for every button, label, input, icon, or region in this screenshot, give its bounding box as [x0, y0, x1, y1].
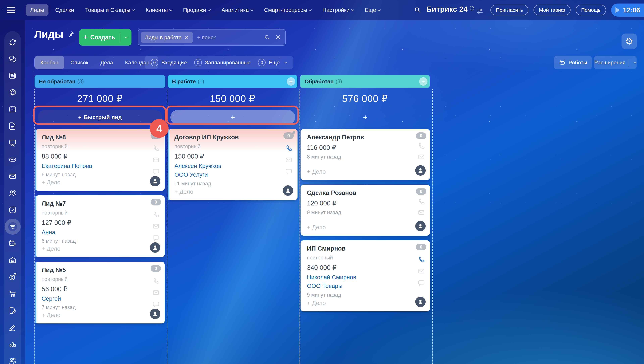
chat-icon[interactable]: [152, 301, 160, 308]
chat-icon[interactable]: [418, 279, 425, 286]
sidebar-item-sign[interactable]: [8, 88, 17, 97]
sidebar-item-mail[interactable]: [8, 172, 17, 181]
phone-icon[interactable]: [418, 198, 425, 206]
phone-icon[interactable]: [285, 144, 292, 152]
chat-icon[interactable]: [152, 168, 160, 175]
phone-icon[interactable]: [152, 144, 160, 152]
sidebar-item-shop[interactable]: [8, 289, 17, 298]
assignee-avatar[interactable]: [150, 242, 160, 253]
lead-card-lead8[interactable]: Лид №8 повторный 88 000 ₽ Екатерина Попо…: [35, 129, 165, 191]
remove-filter-icon[interactable]: ✕: [185, 34, 189, 40]
sidebar-item-tasks[interactable]: [8, 206, 17, 214]
lead-card-smirnov[interactable]: ИП Смирнов повторный 340 000 ₽ Николай С…: [301, 240, 430, 312]
column-header-not-processed[interactable]: Не обработан (3): [35, 75, 165, 88]
sidebar-item-smart-process[interactable]: [8, 239, 17, 248]
assignee-avatar[interactable]: [415, 297, 426, 307]
sidebar-item-users[interactable]: [8, 356, 17, 364]
phone-icon[interactable]: [418, 142, 425, 150]
nav-tab-products[interactable]: Товары и Склады: [81, 4, 139, 16]
nav-tab-deals[interactable]: Сделки: [51, 4, 78, 16]
hamburger-menu-icon[interactable]: [7, 7, 16, 14]
help-button[interactable]: Помощь: [575, 5, 606, 16]
pin-icon[interactable]: [67, 31, 74, 38]
card-contact-link[interactable]: Алексей Кружков: [174, 162, 221, 169]
add-activity-link[interactable]: + Дело: [42, 312, 60, 318]
assignee-avatar[interactable]: [415, 165, 426, 176]
mail-icon[interactable]: [418, 209, 425, 216]
add-activity-link[interactable]: + Дело: [42, 179, 60, 186]
sidebar-item-news[interactable]: [8, 72, 17, 80]
sidebar-item-drive[interactable]: [8, 155, 17, 164]
card-title[interactable]: Лид №5: [42, 266, 66, 274]
counter-more[interactable]: 0 Ещё: [258, 59, 287, 66]
mail-icon[interactable]: [418, 153, 425, 160]
card-title[interactable]: Сделка Розанов: [307, 189, 357, 196]
nav-tab-smart-processes[interactable]: Смарт-процессы: [260, 4, 316, 16]
invite-button[interactable]: Пригласить: [490, 5, 528, 16]
mail-icon[interactable]: [152, 289, 160, 296]
sidebar-item-calendar[interactable]: [8, 105, 17, 114]
my-tariff-button[interactable]: Мой тариф: [533, 5, 570, 16]
add-stage-icon[interactable]: +: [419, 77, 427, 86]
create-button[interactable]: + Создать: [79, 29, 132, 46]
add-activity-link[interactable]: + Дело: [307, 300, 326, 306]
search-icon[interactable]: [264, 34, 270, 40]
card-title[interactable]: ИП Смирнов: [307, 245, 346, 252]
mail-icon[interactable]: [152, 222, 160, 230]
clear-search-icon[interactable]: ✕: [275, 34, 281, 41]
assignee-avatar[interactable]: [150, 309, 160, 319]
phone-icon[interactable]: [152, 277, 160, 284]
card-contact-link[interactable]: Николай Смирнов: [307, 274, 356, 280]
lead-card-petrov[interactable]: Александр Петров 116 000 ₽ 8 минут назад…: [301, 129, 430, 180]
chat-icon[interactable]: [285, 168, 292, 175]
lead-card-kruzhkov[interactable]: Договор ИП Кружков повторный 150 000 ₽ А…: [168, 129, 298, 200]
nav-tab-clients[interactable]: Клиенты: [141, 4, 176, 16]
sidebar-item-messenger[interactable]: [8, 55, 17, 64]
chevron-down-icon[interactable]: [125, 35, 128, 38]
mail-icon[interactable]: [152, 156, 160, 164]
column-header-in-progress[interactable]: В работе (1) +: [168, 75, 297, 88]
add-activity-link[interactable]: + Дело: [307, 168, 326, 175]
sidebar-item-documents-sign[interactable]: [8, 306, 17, 315]
sliders-icon[interactable]: [476, 7, 484, 15]
add-card-button[interactable]: +: [301, 110, 430, 125]
sidebar-item-marketing[interactable]: [8, 272, 17, 282]
lead-card-lead7[interactable]: Лид №7 повторный 127 000 ₽ Анна 6 минут …: [35, 196, 165, 257]
sidebar-item-presentation[interactable]: [8, 138, 17, 147]
card-contact-link[interactable]: Анна: [42, 229, 55, 236]
tab-activities[interactable]: Дела: [95, 56, 119, 69]
lead-card-lead5[interactable]: Лид №5 повторный 56 000 ₽ Сергей 7 минут…: [35, 262, 165, 324]
card-title[interactable]: Лид №7: [42, 200, 66, 207]
card-title[interactable]: Лид №8: [42, 134, 66, 141]
nav-tab-analytics[interactable]: Аналитика: [217, 4, 257, 16]
sidebar-item-analytics[interactable]: [8, 340, 17, 348]
time-tracker-button[interactable]: 12:06: [611, 4, 644, 16]
card-title[interactable]: Договор ИП Кружков: [174, 134, 239, 141]
sidebar-item-warehouse[interactable]: [8, 256, 17, 264]
counter-planned[interactable]: 0 Запланированные: [194, 59, 251, 66]
add-activity-link[interactable]: + Дело: [307, 224, 326, 230]
filter-search-bar[interactable]: Лиды в работе ✕ + поиск ✕: [138, 29, 286, 46]
assignee-avatar[interactable]: [283, 185, 293, 196]
mail-icon[interactable]: [285, 156, 292, 164]
card-contact-link[interactable]: Екатерина Попова: [42, 162, 92, 169]
counter-incoming[interactable]: 0 Входящие: [151, 59, 187, 66]
nav-tab-more[interactable]: Еще: [360, 4, 385, 16]
chevron-down-icon[interactable]: [633, 60, 636, 64]
sidebar-item-people[interactable]: [8, 189, 17, 198]
card-company-link[interactable]: ООО Товары: [307, 282, 342, 289]
assignee-avatar[interactable]: [415, 221, 426, 231]
robots-button[interactable]: Роботы: [554, 56, 592, 69]
nav-tab-leads[interactable]: Лиды: [26, 4, 49, 16]
search-icon[interactable]: [414, 6, 421, 14]
card-company-link[interactable]: ООО Услуги: [174, 171, 208, 178]
tab-list[interactable]: Список: [65, 56, 94, 69]
filter-chip[interactable]: Лиды в работе ✕: [141, 32, 193, 43]
lead-card-rozanov[interactable]: Сделка Розанов 120 000 ₽ 9 минут назад +…: [301, 185, 430, 236]
card-contact-link[interactable]: Сергей: [42, 295, 61, 302]
chat-icon[interactable]: [152, 234, 160, 242]
sidebar-item-esign[interactable]: [8, 323, 17, 332]
sidebar-item-crm[interactable]: [8, 222, 17, 231]
mail-icon[interactable]: [418, 268, 425, 275]
nav-tab-settings[interactable]: Настройки: [318, 4, 358, 16]
